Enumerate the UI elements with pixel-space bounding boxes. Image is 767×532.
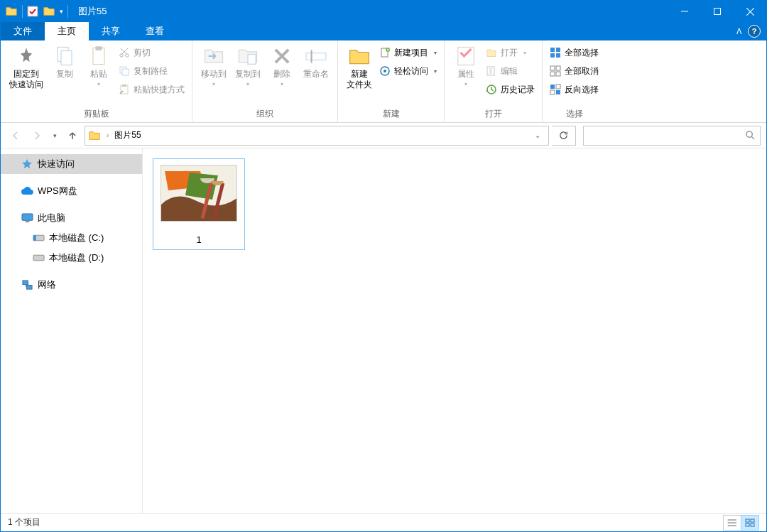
copy-path-icon	[119, 65, 130, 77]
view-thumbnails-button[interactable]	[741, 515, 759, 531]
history-button[interactable]: 历史记录	[486, 82, 535, 97]
address-row: ▾ › 图片55 ⌄	[1, 123, 766, 148]
group-label-organize: 组织	[192, 108, 337, 122]
refresh-button[interactable]	[552, 126, 576, 146]
copy-button[interactable]: 复制	[48, 43, 82, 81]
history-icon	[486, 84, 497, 95]
nav-this-pc[interactable]: 此电脑	[1, 208, 142, 228]
nav-wps[interactable]: WPS网盘	[1, 181, 142, 201]
svg-rect-31	[556, 85, 560, 89]
svg-rect-9	[122, 69, 129, 75]
new-item-icon	[379, 47, 391, 58]
paste-shortcut-icon	[119, 84, 130, 95]
close-button[interactable]	[734, 1, 766, 22]
address-bar[interactable]: › 图片55 ⌄	[85, 126, 549, 146]
svg-rect-1	[714, 9, 721, 15]
svg-rect-28	[550, 72, 555, 76]
nav-up-button[interactable]	[63, 126, 82, 145]
nav-drive-c[interactable]: 本地磁盘 (C:)	[1, 228, 142, 248]
svg-rect-11	[122, 85, 126, 87]
copy-path-button[interactable]: 复制路径	[119, 63, 185, 79]
svg-rect-0	[28, 6, 38, 16]
svg-rect-22	[550, 48, 555, 52]
svg-rect-39	[33, 255, 43, 261]
svg-rect-33	[556, 90, 560, 94]
paste-shortcut-button[interactable]: 粘贴快捷方式	[119, 82, 185, 97]
nav-recent-dropdown[interactable]: ▾	[49, 126, 60, 145]
copy-to-button[interactable]: 复制到▾	[231, 43, 265, 89]
svg-rect-27	[556, 66, 560, 70]
file-thumbnail	[161, 165, 237, 222]
view-details-button[interactable]	[723, 515, 741, 531]
folder-icon	[5, 5, 18, 18]
star-icon	[21, 158, 33, 170]
nav-quick-access[interactable]: 快速访问	[1, 154, 142, 174]
body: 快速访问 WPS网盘 此电脑 本地磁盘 (C:) 本地磁盘 (D:) 网络	[1, 148, 766, 513]
rename-button[interactable]: 重命名	[299, 43, 333, 81]
nav-forward-button[interactable]	[28, 126, 46, 145]
delete-button[interactable]: 删除▾	[265, 43, 299, 89]
drive-icon	[32, 232, 45, 244]
open-icon	[486, 47, 497, 58]
qat-checkbox-icon[interactable]	[27, 6, 38, 17]
svg-point-34	[746, 131, 752, 137]
group-organize: 移动到▾ 复制到▾ 删除▾ 重命名 组织	[192, 40, 338, 122]
quick-access-toolbar: ▾	[1, 5, 72, 18]
group-new: 新建 文件夹 新建项目▾ 轻松访问▾ 新建	[338, 40, 445, 122]
file-item[interactable]: 1	[153, 158, 245, 250]
invert-selection-button[interactable]: 反向选择	[550, 82, 599, 97]
chevron-right-icon[interactable]: ›	[105, 131, 110, 139]
group-select: 全部选择 全部取消 反向选择 选择	[543, 40, 606, 122]
qat-dropdown-icon[interactable]: ▾	[60, 8, 63, 15]
network-icon	[21, 278, 33, 291]
search-input[interactable]	[583, 126, 761, 146]
tab-view[interactable]: 查看	[133, 22, 177, 40]
help-icon[interactable]: ?	[748, 25, 761, 38]
maximize-button[interactable]	[701, 1, 734, 22]
group-label-select: 选择	[543, 108, 606, 122]
collapse-ribbon-icon[interactable]: ᐱ	[736, 27, 742, 36]
select-none-button[interactable]: 全部取消	[550, 63, 599, 79]
tab-share[interactable]: 共享	[89, 22, 133, 40]
svg-point-7	[126, 54, 129, 57]
paste-button[interactable]: 粘贴 ▾	[82, 43, 116, 89]
svg-rect-50	[746, 523, 749, 526]
svg-point-6	[120, 54, 123, 57]
new-folder-button[interactable]: 新建 文件夹	[342, 43, 376, 92]
tab-file[interactable]: 文件	[1, 22, 45, 40]
properties-button[interactable]: 属性▾	[449, 43, 483, 89]
qat-folder-icon[interactable]	[43, 5, 55, 18]
svg-rect-40	[22, 280, 28, 284]
group-clipboard: 固定到 快速访问 复制 粘贴 ▾ 剪切 复制路径	[1, 40, 192, 122]
edit-icon	[486, 65, 497, 77]
svg-rect-4	[93, 48, 104, 64]
search-icon	[745, 130, 756, 141]
new-item-button[interactable]: 新建项目▾	[379, 45, 437, 60]
svg-rect-5	[95, 46, 102, 50]
cut-button[interactable]: 剪切	[119, 45, 185, 60]
nav-network[interactable]: 网络	[1, 275, 142, 295]
scissors-icon	[119, 47, 130, 58]
address-dropdown-icon[interactable]: ⌄	[530, 131, 545, 139]
tab-home[interactable]: 主页	[45, 22, 89, 40]
open-button[interactable]: 打开▾	[486, 45, 535, 60]
group-label-new: 新建	[338, 108, 444, 122]
nav-back-button[interactable]	[6, 126, 25, 145]
status-bar: 1 个项目	[1, 513, 766, 531]
svg-rect-26	[550, 66, 555, 70]
pin-to-quick-access-button[interactable]: 固定到 快速访问	[5, 43, 48, 92]
address-segment[interactable]: 图片55	[114, 129, 141, 141]
file-name: 1	[196, 234, 201, 245]
nav-drive-d[interactable]: 本地磁盘 (D:)	[1, 248, 142, 268]
content-pane[interactable]: 1	[143, 148, 766, 513]
svg-point-46	[728, 522, 729, 523]
group-label-open: 打开	[445, 108, 542, 122]
svg-rect-13	[306, 53, 326, 60]
edit-button[interactable]: 编辑	[486, 63, 535, 79]
window-title: 图片55	[78, 5, 107, 18]
move-to-button[interactable]: 移动到▾	[197, 43, 231, 89]
select-all-button[interactable]: 全部选择	[550, 45, 599, 60]
group-open: 属性▾ 打开▾ 编辑 历史记录 打开	[445, 40, 543, 122]
easy-access-button[interactable]: 轻松访问▾	[379, 63, 437, 79]
minimize-button[interactable]	[668, 1, 701, 22]
